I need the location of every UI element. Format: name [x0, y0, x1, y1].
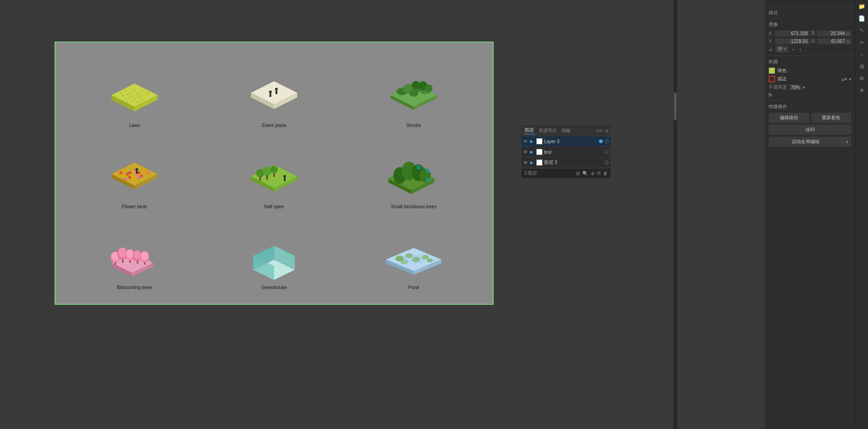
layer-eye-layer3[interactable]: 👁 [523, 139, 529, 144]
svg-rect-62 [136, 171, 138, 174]
canvas-item-pond[interactable]: Pond [344, 214, 483, 295]
layer-thumb-layer3-img [536, 159, 543, 166]
blossoming-svg [104, 236, 165, 283]
svg-marker-43 [111, 163, 158, 186]
svg-point-16 [134, 98, 135, 100]
w-value[interactable]: 20.344 m [817, 30, 852, 36]
svg-point-46 [128, 171, 131, 174]
pond-svg [384, 236, 444, 283]
layer-eye-layer3-img[interactable]: 👁 [523, 160, 529, 165]
svg-point-57 [124, 178, 127, 181]
path-label: 路径 [765, 8, 855, 18]
layers-delete-btn[interactable]: 🗑 [603, 171, 608, 176]
canvas-item-blossoming[interactable]: Blossoming trees [65, 214, 204, 295]
h-value[interactable]: 42.667 m [817, 38, 852, 44]
canvas-item-event-plaza[interactable]: Event plaza [204, 52, 344, 133]
stroke-icon[interactable] [769, 76, 775, 82]
y-value[interactable]: -1229.56 [775, 38, 810, 44]
opacity-row: 不透明度 70% ▾ [769, 84, 851, 91]
canvas-item-flower-beds[interactable]: Flower beds [65, 133, 204, 213]
angle-input[interactable]: 0° ▾ [776, 46, 789, 53]
opacity-value[interactable]: 70% [789, 85, 802, 91]
icon-circle[interactable]: ○ [857, 50, 867, 59]
icon-file[interactable]: 📄 [857, 14, 867, 23]
x-value[interactable]: 671.328 [775, 30, 810, 36]
canvas-item-half-open[interactable]: Half open [204, 133, 344, 213]
flip-h-btn[interactable]: ↔ [791, 47, 796, 52]
svg-point-12 [141, 95, 142, 97]
svg-point-45 [124, 169, 127, 172]
reset-color-button[interactable]: 重新着色 [811, 113, 852, 123]
layer-expand-text[interactable]: ▶ [530, 150, 535, 154]
icon-layers[interactable]: ⊞ [857, 62, 867, 71]
canvas-item-greenhouse[interactable]: Greenhouse [204, 214, 344, 295]
canvas-item-shrubs[interactable]: Shrubs [344, 52, 483, 133]
layer-expand-layer3[interactable]: ▶ [530, 139, 535, 144]
fill-row[interactable]: 填色 [769, 67, 851, 74]
svg-point-98 [134, 250, 141, 260]
svg-point-28 [275, 88, 278, 91]
layer-name-layer3-img: 图层 3 [544, 159, 604, 166]
half-open-svg [244, 156, 304, 202]
global-edit-button[interactable]: 启动全局编辑 [769, 137, 842, 147]
layers-panel: 图层 资源导出 画板 >> ≡ 👁 ▶ Layer 3 👁 ▶ text 👁 ▶… [521, 125, 611, 178]
stroke-down-btn[interactable]: ▾ [844, 76, 847, 82]
canvas-item-lawn[interactable]: Lawn [65, 52, 204, 133]
layer-row-layer3[interactable]: 👁 ▶ Layer 3 [521, 136, 611, 147]
stroke-row[interactable]: 描边 ▴ ▾ ▾ [769, 76, 851, 82]
layers-search-btn[interactable]: 🔍 [582, 171, 588, 176]
svg-point-120 [402, 254, 425, 265]
layers-link-btn[interactable]: ⊕ [591, 171, 594, 176]
global-edit-row: 启动全局编辑 ▾ [769, 137, 851, 147]
canvas-frame[interactable]: Lawn [55, 42, 494, 305]
opacity-expand-btn[interactable]: ▾ [803, 85, 805, 90]
svg-point-58 [128, 176, 131, 179]
svg-point-3 [129, 92, 131, 94]
svg-point-60 [138, 176, 141, 179]
icon-folder[interactable]: 📁 [857, 2, 867, 11]
stroke-type-btn[interactable]: ▾ [849, 77, 851, 82]
panel-more-icon[interactable]: … [846, 1, 853, 6]
coord-grid: X 671.328 宽 20.344 m [769, 30, 851, 36]
x-label: X [769, 31, 774, 36]
fx-label[interactable]: fx [769, 92, 772, 97]
blossoming-label: Blossoming trees [117, 285, 153, 290]
svg-point-61 [135, 168, 138, 171]
fill-swatch[interactable] [769, 67, 775, 74]
icon-cursor[interactable]: ↖ [857, 26, 867, 35]
vertical-scrollbar[interactable] [673, 0, 677, 429]
move-path-button[interactable]: 偏移路径 [769, 113, 809, 123]
svg-point-72 [283, 175, 286, 178]
layers-copy-btn[interactable]: ⧉ [597, 170, 600, 176]
flower-beds-svg [104, 156, 165, 202]
svg-point-44 [119, 171, 122, 174]
layer-thumb-text [536, 149, 543, 155]
greenhouse-svg [244, 236, 304, 283]
layers-add-btn[interactable]: ⊞ [576, 171, 580, 176]
icon-pen[interactable]: ✏ [857, 38, 867, 47]
svg-point-8 [122, 95, 124, 97]
arrange-button[interactable]: 排列 [769, 125, 851, 135]
svg-point-9 [127, 93, 128, 95]
icon-settings[interactable]: ⚙ [857, 74, 867, 83]
layer-expand-layer3-img[interactable]: ▶ [530, 160, 535, 165]
layers-menu-btn[interactable]: ≡ [605, 127, 608, 134]
main-canvas-area: Lawn [0, 0, 765, 429]
tab-assets[interactable]: 资源导出 [538, 127, 558, 134]
coord-grid-2: Y -1229.56 高 42.667 m [769, 38, 851, 44]
tab-layers[interactable]: 图层 [524, 127, 535, 134]
h-label: 高 [811, 38, 816, 44]
global-edit-expand-btn[interactable]: ▾ [842, 137, 851, 147]
op-buttons-row1: 偏移路径 重新着色 [769, 113, 851, 123]
layer-eye-text[interactable]: 👁 [523, 150, 529, 155]
svg-point-67 [263, 167, 272, 176]
svg-point-13 [145, 93, 147, 95]
layers-expand-btn[interactable]: >> [596, 127, 602, 134]
layer-row-layer3-img[interactable]: 👁 ▶ 图层 3 [521, 157, 611, 168]
sidebar-icon-strip: 📁 📄 ↖ ✏ ○ ⊞ ⚙ 👁 [855, 0, 868, 429]
canvas-item-small-deciduous[interactable]: Small deciduous trees [344, 133, 483, 213]
layer-row-text[interactable]: 👁 ▶ text [521, 147, 611, 157]
tab-artboard[interactable]: 画板 [561, 127, 572, 134]
icon-eye[interactable]: 👁 [857, 86, 867, 95]
flip-v-btn[interactable]: ↕ [799, 47, 802, 52]
